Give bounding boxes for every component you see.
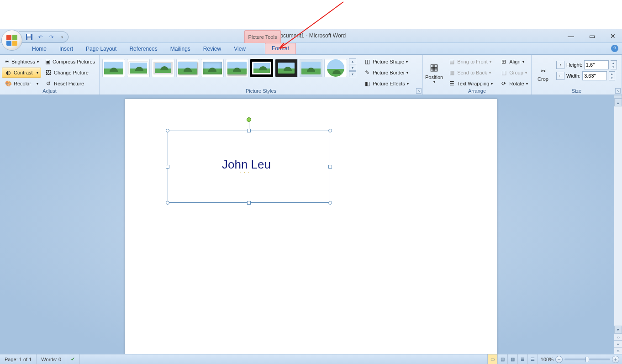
- crop-button[interactable]: ⟗ Crop: [533, 58, 553, 88]
- style-thumb-10[interactable]: [324, 59, 347, 77]
- zoom-out-button[interactable]: −: [555, 356, 563, 363]
- rotate-icon: ⟳: [500, 80, 507, 87]
- signature-text: John Leu · · ·: [222, 158, 271, 172]
- view-web-layout[interactable]: ▦: [507, 354, 517, 364]
- resize-handle-bl[interactable]: [166, 201, 169, 205]
- vertical-scrollbar[interactable]: ▴ ▾ ○ « »: [614, 95, 622, 354]
- view-draft[interactable]: ☰: [527, 354, 538, 364]
- width-spin-up[interactable]: ▴: [609, 72, 615, 76]
- view-print-layout[interactable]: ▭: [487, 354, 497, 364]
- status-proofing[interactable]: ✔: [66, 354, 80, 364]
- style-thumb-9[interactable]: [300, 59, 322, 77]
- change-picture-label: Change Picture: [54, 70, 89, 75]
- close-button[interactable]: ✕: [609, 32, 617, 40]
- group-label-size: Size: [532, 87, 622, 95]
- bring-to-front-button[interactable]: ▤ Bring to Front▾: [445, 57, 495, 67]
- resize-handle-t[interactable]: [247, 129, 251, 132]
- style-thumb-6[interactable]: [226, 59, 248, 77]
- align-button[interactable]: ⊞ Align▾: [497, 57, 530, 67]
- picture-styles-dialog-launcher[interactable]: ↘: [416, 88, 422, 94]
- tab-page-layout[interactable]: Page Layout: [79, 44, 123, 54]
- position-icon: ▦: [427, 60, 442, 74]
- style-thumb-8[interactable]: [275, 59, 298, 77]
- rotation-handle[interactable]: [247, 117, 251, 122]
- tab-review[interactable]: Review: [197, 44, 227, 54]
- zoom-slider-thumb[interactable]: [585, 357, 589, 362]
- change-picture-button[interactable]: 🖼 Change Picture: [42, 68, 98, 78]
- rotate-label: Rotate: [509, 81, 524, 86]
- office-logo-icon: [6, 35, 17, 46]
- status-words[interactable]: Words: 0: [37, 354, 66, 364]
- style-thumb-7[interactable]: [250, 59, 273, 77]
- picture-selection-box[interactable]: John Leu · · ·: [168, 131, 330, 203]
- compress-pictures-button[interactable]: ▣ Compress Pictures: [42, 57, 98, 67]
- tab-insert[interactable]: Insert: [53, 44, 79, 54]
- select-browse-object-icon[interactable]: ○: [614, 333, 622, 340]
- position-button[interactable]: ▦ Position ▾: [425, 57, 443, 87]
- tab-home[interactable]: Home: [26, 44, 53, 54]
- style-thumb-5[interactable]: [201, 59, 224, 77]
- view-outline[interactable]: ≣: [517, 354, 527, 364]
- brightness-button[interactable]: ☀ Brightness ▾: [2, 57, 41, 67]
- gallery-scroll-up[interactable]: ▴: [349, 58, 356, 64]
- style-thumb-4[interactable]: [176, 59, 199, 77]
- previous-page-icon[interactable]: «: [614, 340, 622, 347]
- zoom-percent[interactable]: 100%: [541, 357, 553, 362]
- tab-mailings[interactable]: Mailings: [164, 44, 197, 54]
- status-page[interactable]: Page: 1 of 1: [0, 354, 37, 364]
- resize-handle-tl[interactable]: [166, 129, 169, 132]
- style-thumb-2[interactable]: [127, 59, 150, 77]
- width-icon: ↔: [556, 72, 564, 80]
- size-dialog-launcher[interactable]: ↘: [615, 88, 621, 94]
- maximize-button[interactable]: ▭: [588, 32, 596, 40]
- document-area[interactable]: John Leu · · ·: [0, 95, 622, 354]
- height-spin-down[interactable]: ▾: [611, 65, 617, 69]
- gallery-more[interactable]: ▾: [349, 71, 356, 77]
- picture-border-button[interactable]: ✎ Picture Border ▾: [361, 68, 411, 78]
- proofing-icon: ✔: [71, 356, 75, 362]
- brightness-label: Brightness: [11, 59, 35, 64]
- picture-shape-label: Picture Shape: [373, 59, 404, 64]
- svg-rect-1: [27, 34, 31, 37]
- width-input[interactable]: [582, 71, 607, 80]
- group-button[interactable]: ◫ Group▾: [497, 68, 530, 78]
- text-wrapping-icon: ☰: [448, 80, 455, 87]
- split-handle[interactable]: [614, 95, 622, 99]
- tab-references[interactable]: References: [123, 44, 163, 54]
- picture-shape-button[interactable]: ◫ Picture Shape ▾: [361, 57, 411, 67]
- next-page-icon[interactable]: »: [614, 347, 622, 354]
- position-label: Position: [425, 74, 443, 80]
- compress-icon: ▣: [45, 58, 51, 65]
- scroll-up-arrow[interactable]: ▴: [614, 99, 622, 106]
- zoom-in-button[interactable]: +: [612, 356, 619, 363]
- scroll-down-arrow[interactable]: ▾: [614, 326, 622, 333]
- minimize-button[interactable]: —: [567, 32, 575, 40]
- resize-handle-l[interactable]: [166, 165, 169, 169]
- save-icon[interactable]: [26, 33, 33, 41]
- resize-handle-b[interactable]: [247, 201, 251, 205]
- help-icon[interactable]: ?: [611, 45, 618, 52]
- contrast-icon: ◐: [5, 69, 12, 76]
- resize-handle-tr[interactable]: [328, 129, 332, 132]
- tab-view[interactable]: View: [227, 44, 252, 54]
- view-full-screen[interactable]: ▤: [497, 354, 507, 364]
- style-thumb-3[interactable]: [152, 59, 174, 77]
- send-to-back-button[interactable]: ▥ Send to Back▾: [445, 68, 495, 78]
- resize-handle-r[interactable]: [328, 165, 332, 169]
- height-input[interactable]: [584, 60, 609, 69]
- office-button[interactable]: [1, 30, 22, 51]
- align-icon: ⊞: [500, 58, 507, 65]
- style-thumb-1[interactable]: [102, 59, 125, 77]
- qat-customize-icon[interactable]: ▾: [58, 33, 66, 41]
- resize-handle-br[interactable]: [328, 201, 332, 205]
- redo-icon[interactable]: ↷: [47, 33, 55, 41]
- zoom-slider[interactable]: [564, 359, 610, 360]
- height-spin-up[interactable]: ▴: [611, 61, 617, 65]
- scroll-track[interactable]: [614, 106, 622, 326]
- gallery-scroll-down[interactable]: ▾: [349, 65, 356, 71]
- tab-format[interactable]: Format: [265, 43, 296, 54]
- width-spin-down[interactable]: ▾: [609, 76, 615, 80]
- contrast-button[interactable]: ◐ Contrast ▾: [2, 68, 41, 78]
- bring-to-front-label: Bring to Front: [457, 59, 488, 64]
- undo-icon[interactable]: ↶: [37, 33, 44, 41]
